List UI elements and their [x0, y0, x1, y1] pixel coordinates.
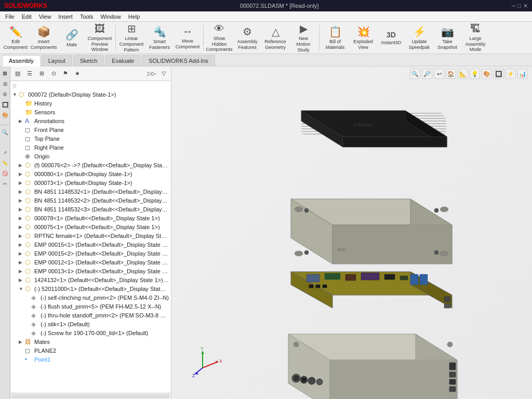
tree-item-history[interactable]: 📁 History — [10, 99, 171, 108]
tree-item-origin[interactable]: ⊕ Origin — [10, 152, 171, 161]
menu-help[interactable]: Help — [125, 12, 143, 21]
menu-insert[interactable]: Insert — [55, 12, 76, 21]
tree-expand-button[interactable]: ▤ — [12, 69, 23, 79]
edit-component-button[interactable]: ✏️ Edit Component — [2, 23, 29, 52]
tree-item-comp15-4[interactable]: ◈ (-) stik<1> (Default) — [10, 320, 171, 328]
tree-item-mates[interactable]: ▶ ⛓ Mates — [10, 337, 171, 346]
minimize-button[interactable]: ─ — [512, 3, 516, 9]
tree-item-comp7[interactable]: ▶ ⬡ 000078<1> (Default<<Default>_Display… — [10, 214, 171, 222]
menu-tools[interactable]: Tools — [77, 12, 97, 21]
snap-button[interactable]: ↗ — [1, 148, 10, 157]
tree-item-comp8[interactable]: ▶ ⬡ 000075<1> (Default<<Default>_Display… — [10, 222, 171, 231]
tree-root-item[interactable]: ▼ ⬡ 000072 (Default<Display State-1>) — [10, 90, 171, 99]
tab-assembly[interactable]: Assembly — [2, 55, 41, 66]
menu-edit[interactable]: Edit — [19, 12, 35, 21]
mate-button[interactable]: 🔗 Mate — [58, 23, 85, 52]
tree-item-comp15[interactable]: ▼ ⬡ (-) 52011000<1> (Default<<Default>_D… — [10, 284, 171, 293]
appearance-tab-button[interactable]: 🎨 — [1, 110, 10, 119]
insert-components-button[interactable]: 📦 InsertComponents — [30, 23, 57, 52]
vp-search-button[interactable]: 🔎 — [422, 69, 432, 79]
tree-item-comp4[interactable]: ▶ ⬡ BN 4851 1148532<1> (Default<<Default… — [10, 187, 171, 196]
tab-layout[interactable]: Layout — [42, 55, 72, 66]
tree-item-point1[interactable]: • Point1 — [10, 355, 171, 364]
tree-item-comp14[interactable]: ▶ ⬡ 1424132<1> (Default<<Default>_Displa… — [10, 275, 171, 284]
tree-flag-button[interactable]: ⚑ — [60, 69, 71, 79]
tree-item-comp15-3[interactable]: ◈ (-) thru-hole standoff_pmm<2> (PEM SO-… — [10, 311, 171, 320]
new-motion-study-button[interactable]: ▶ New MotionStudy — [290, 23, 317, 52]
viewport-toolbar: 🔍 🔎 ↩ 🏠 📐 💡 🎨 🔲 ⚡ 📊 — [410, 69, 528, 79]
svg-rect-37 — [316, 285, 320, 288]
tree-item-comp2[interactable]: ▶ ⬡ 000080<1> (Default<Display State-1>) — [10, 169, 171, 178]
tree-item-comp11[interactable]: ▶ ⬡ EMP 00015<2> (Default<<Default>_Disp… — [10, 249, 171, 258]
assembly-features-button[interactable]: ⚙ AssemblyFeatures — [234, 23, 261, 52]
right-plane-label: Right Plane — [34, 144, 64, 151]
tree-item-comp12[interactable]: ▶ ⬡ EMP 00012<1> (Default<<Default>_Disp… — [10, 258, 171, 267]
tree-filter-button[interactable]: ▽ — [158, 69, 169, 79]
move-component-button[interactable]: ↔ MoveComponent — [174, 23, 201, 52]
tab-evaluate[interactable]: Evaluate — [105, 55, 141, 66]
measure-button[interactable]: 📏 — [1, 158, 10, 168]
tree-tab-button[interactable]: ▤ — [1, 69, 10, 78]
reference-geometry-button[interactable]: △ ReferenceGeometry — [262, 23, 289, 52]
instant3d-button[interactable]: 3D Instant3D — [378, 23, 405, 52]
svg-point-58 — [447, 342, 453, 347]
vp-measure-button[interactable]: 📐 — [458, 69, 468, 79]
linear-pattern-button[interactable]: ⊞ Linear ComponentPattern — [118, 23, 145, 52]
svg-text:Y: Y — [201, 347, 204, 351]
display-tab-button[interactable]: 🔲 — [1, 100, 10, 109]
exploded-view-button[interactable]: 💥 ExplodedView — [350, 23, 377, 52]
vp-undo-button[interactable]: ↩ — [434, 69, 444, 79]
tree-scrollbar[interactable] — [10, 393, 171, 399]
tree-item-comp13[interactable]: ▶ ⬡ EMP 00013<1> (Default<<Default>_Disp… — [10, 267, 171, 275]
tree-item-comp3[interactable]: ▶ ⬡ 000073<1> (Default<Display State-1>) — [10, 178, 171, 187]
tab-sketch[interactable]: Sketch — [73, 55, 104, 66]
tree-item-comp9[interactable]: ▶ ⬡ RPTNC female<1> (Default<<Default>_D… — [10, 231, 171, 240]
tree-item-comp10[interactable]: ▶ ⬡ EMP 00015<1> (Default<<Default>_Disp… — [10, 240, 171, 249]
tree-item-comp6[interactable]: ▶ ⬡ BN 4851 1148532<3> (Default<<Default… — [10, 205, 171, 214]
large-assembly-button[interactable]: 🏗 Large AssemblyMode — [462, 23, 489, 52]
tree-star-button[interactable]: ★ — [72, 69, 83, 79]
vp-home-button[interactable]: 🏠 — [446, 69, 456, 79]
tree-item-comp1[interactable]: ▶ ⬡ (f) 000076<2> ->? (Default<<Default>… — [10, 161, 171, 169]
vp-render-button[interactable]: ⚡ — [506, 69, 516, 79]
show-hidden-button[interactable]: 👁 Show HiddenComponents — [206, 23, 233, 52]
vp-stats-button[interactable]: 📊 — [517, 69, 528, 79]
take-snapshot-button[interactable]: 📷 TakeSnapshot — [434, 23, 461, 52]
tree-grid-button[interactable]: ⊞ — [36, 69, 47, 79]
tree-item-plane2[interactable]: ◻ PLANE2 — [10, 346, 171, 355]
section-button[interactable]: ✂ — [1, 179, 10, 189]
mates-icon: ⛓ — [25, 338, 33, 345]
property-tab-button[interactable]: ⊞ — [1, 79, 10, 88]
tree-hscroll-track[interactable] — [11, 394, 170, 398]
menu-file[interactable]: File — [2, 12, 18, 21]
tree-item-right-plane[interactable]: ◻ Right Plane — [10, 143, 171, 152]
tab-addins[interactable]: SOLIDWORKS Add-Ins — [142, 55, 215, 66]
tree-collapse-all-button[interactable]: ▷▷ — [147, 69, 157, 79]
maximize-button[interactable]: □ — [517, 3, 521, 9]
vp-zoom-button[interactable]: 🔍 — [410, 69, 420, 79]
tree-globe-button[interactable]: ⊙ — [48, 69, 59, 79]
hide-button[interactable]: 🚫 — [1, 169, 10, 178]
tree-item-comp15-2[interactable]: ◈ (-) flush stud_pmm<5> (PEM FH-M2.5-12 … — [10, 302, 171, 311]
vp-appearance-button[interactable]: 🎨 — [482, 69, 492, 79]
menu-view[interactable]: View — [36, 12, 55, 21]
vp-light-button[interactable]: 💡 — [470, 69, 480, 79]
tree-item-comp15-1[interactable]: ◈ (-) self-clinching nut_pmm<2> (PEM S-M… — [10, 293, 171, 302]
tree-item-front-plane[interactable]: ◻ Front Plane — [10, 125, 171, 134]
bill-of-materials-button[interactable]: 📋 Bill ofMaterials — [322, 23, 349, 52]
tree-item-comp5[interactable]: ▶ ⬡ BN 4851 1148532<2> (Default<<Default… — [10, 196, 171, 205]
tree-item-annotations[interactable]: ▶ A Annotations — [10, 116, 171, 125]
config-tab-button[interactable]: ⚙ — [1, 89, 10, 99]
vp-display-button[interactable]: 🔲 — [494, 69, 504, 79]
search-button[interactable]: 🔍 — [0, 127, 9, 137]
component-preview-button[interactable]: 🖼 ComponentPreview Window — [86, 23, 113, 52]
tree-item-sensors[interactable]: 📁 Sensors — [10, 108, 171, 116]
close-button[interactable]: ✕ — [523, 3, 528, 9]
tree-item-top-plane[interactable]: ◻ Top Plane — [10, 134, 171, 143]
smart-fasteners-button[interactable]: 🔩 SmartFasteners — [146, 23, 173, 52]
tree-list-button[interactable]: ☰ — [24, 69, 35, 79]
viewport[interactable]: 🔍 🔎 ↩ 🏠 📐 💡 🎨 🔲 ⚡ 📊 — [171, 66, 532, 399]
menu-window[interactable]: Window — [98, 12, 124, 21]
update-speedpak-button[interactable]: ⚡ UpdateSpeedpak — [406, 23, 433, 52]
tree-item-comp15-5[interactable]: ◈ (-) Screw for 190-170-000_lid<1> (Defa… — [10, 328, 171, 337]
